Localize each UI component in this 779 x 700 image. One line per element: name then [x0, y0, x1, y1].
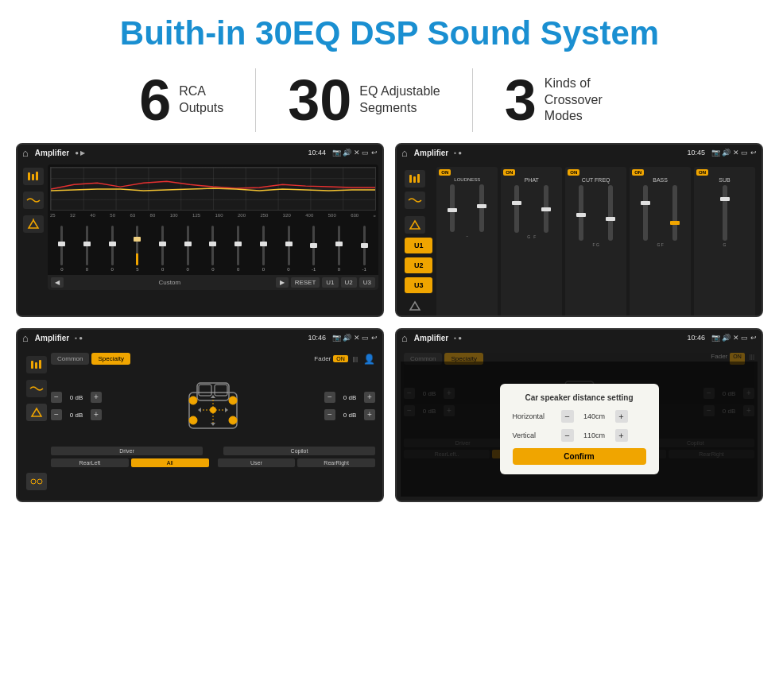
crossover-speaker-icon[interactable]: [405, 216, 425, 234]
horizontal-plus[interactable]: +: [615, 410, 628, 423]
bass-module: ON BASS G F: [630, 167, 691, 317]
eq-home-icon[interactable]: ⌂: [22, 147, 29, 159]
db-minus-fl[interactable]: −: [51, 392, 62, 403]
rearleft-btn[interactable]: RearLeft: [51, 458, 129, 467]
dialog-content: Common Specialty Fader ON ||| − 0 dB +: [397, 346, 762, 501]
bass-slider-2[interactable]: [672, 185, 677, 241]
loudness-slider-1[interactable]: [450, 184, 455, 232]
db-control-rl: − 0 dB +: [51, 409, 102, 420]
eq-slider-1[interactable]: 0: [76, 226, 99, 272]
driver-btn[interactable]: Driver: [51, 447, 203, 455]
eq-freq-50: 50: [110, 213, 115, 218]
u1-mode-btn[interactable]: U1: [405, 238, 432, 253]
eq-slider-9[interactable]: 0: [277, 226, 300, 272]
eq-slider-11[interactable]: 0: [327, 226, 351, 272]
eq-freq-400: 400: [305, 213, 313, 218]
eq-freq-40: 40: [90, 213, 95, 218]
speaker-dist-icon[interactable]: [26, 404, 47, 421]
db-minus-fr[interactable]: −: [324, 392, 335, 403]
speaker-bottom-buttons: Driver Copilot: [51, 447, 375, 455]
speaker-eq-icon[interactable]: [26, 356, 47, 373]
eq-slider-4[interactable]: 0: [151, 226, 175, 272]
eq-slider-2[interactable]: 0: [100, 226, 124, 272]
eq-prev-btn[interactable]: ◀: [51, 277, 64, 288]
eq-slider-7[interactable]: 0: [227, 226, 250, 272]
vertical-minus[interactable]: −: [561, 429, 574, 442]
crossover-expand-icon[interactable]: [405, 297, 425, 315]
eq-slider-3[interactable]: 5: [126, 226, 149, 272]
crossover-status-icons: 📷 🔊 ✕ ▭ ↩: [711, 149, 757, 157]
eq-slider-12[interactable]: -1: [352, 226, 376, 272]
eq-u1-btn[interactable]: U1: [322, 277, 338, 288]
horizontal-minus[interactable]: −: [561, 410, 574, 423]
eq-freq-63: 63: [130, 213, 135, 218]
u3-mode-btn[interactable]: U3: [405, 277, 432, 293]
eq-preset-label: Custom: [66, 279, 273, 286]
speaker-home-icon[interactable]: ⌂: [22, 332, 29, 344]
bass-slider-1[interactable]: [643, 185, 648, 241]
phat-on[interactable]: ON: [503, 169, 515, 176]
cutfreq-on[interactable]: ON: [568, 169, 579, 176]
phat-slider-1[interactable]: [514, 185, 519, 233]
crossover-wave-icon[interactable]: [405, 191, 425, 209]
dialog-home-icon[interactable]: ⌂: [401, 332, 408, 344]
eq-icon-2[interactable]: [23, 191, 44, 209]
db-control-rr: − 0 dB +: [324, 409, 375, 420]
eq-u2-btn[interactable]: U2: [341, 277, 357, 288]
db-minus-rl[interactable]: −: [51, 409, 62, 420]
common-tab[interactable]: Common: [51, 353, 89, 365]
eq-slider-10[interactable]: -1: [302, 226, 326, 272]
svg-point-21: [229, 396, 237, 404]
specialty-tab[interactable]: Specialty: [91, 353, 130, 365]
bass-on[interactable]: ON: [632, 169, 644, 176]
dialog-status-bar: ⌂ Amplifier ▪ ● 10:46 📷 🔊 ✕ ▭ ↩: [397, 330, 762, 346]
db-plus-fl[interactable]: +: [91, 392, 102, 403]
eq-slider-0[interactable]: 0: [50, 226, 74, 272]
cutfreq-slider-2[interactable]: [608, 185, 613, 241]
fader-toggle[interactable]: ON: [333, 355, 348, 362]
eq-reset-btn[interactable]: RESET: [291, 277, 320, 288]
eq-status-bar: ⌂ Amplifier ● ▶ 10:44 📷 🔊 ✕ ▭ ↩: [17, 145, 382, 160]
all-btn[interactable]: All: [131, 458, 209, 467]
speaker-screen: ⌂ Amplifier ▪ ● 10:46 📷 🔊 ✕ ▭ ↩: [16, 328, 384, 502]
db-control-fr: − 0 dB +: [324, 392, 375, 403]
eq-icon-3[interactable]: [23, 215, 44, 233]
speaker-wave-icon[interactable]: [26, 380, 47, 397]
eq-freq-200: 200: [238, 213, 246, 218]
svg-marker-28: [211, 423, 215, 426]
eq-dots: ● ▶: [75, 149, 85, 157]
copilot-btn[interactable]: Copilot: [223, 447, 375, 455]
crossover-home-icon[interactable]: ⌂: [401, 147, 408, 159]
u2-mode-btn[interactable]: U2: [405, 257, 432, 273]
rearright-btn[interactable]: RearRight: [297, 458, 375, 467]
eq-slider-8[interactable]: 0: [252, 226, 276, 272]
eq-icon-1[interactable]: [23, 168, 44, 185]
eq-freq-32: 32: [70, 213, 76, 218]
db-plus-rl[interactable]: +: [91, 409, 102, 420]
crossover-eq-icon[interactable]: [405, 170, 425, 188]
loudness-slider-2[interactable]: [479, 184, 484, 232]
eq-slider-6[interactable]: 0: [201, 226, 225, 272]
speaker-channel-icon[interactable]: [26, 473, 47, 490]
confirm-button[interactable]: Confirm: [513, 448, 646, 465]
sub-on[interactable]: ON: [696, 169, 708, 176]
vertical-plus[interactable]: +: [615, 429, 628, 442]
db-minus-rr[interactable]: −: [324, 409, 335, 420]
phat-slider-2[interactable]: [544, 185, 548, 233]
right-db-controls: − 0 dB + − 0 dB +: [324, 392, 375, 420]
vertical-label: Vertical: [513, 431, 556, 439]
svg-marker-3: [29, 220, 38, 228]
loudness-on[interactable]: ON: [439, 169, 451, 176]
svg-rect-5: [409, 175, 412, 183]
eq-play-btn[interactable]: ▶: [276, 277, 289, 288]
user-btn[interactable]: User: [218, 458, 296, 467]
eq-slider-5[interactable]: 0: [176, 226, 200, 272]
db-value-rr: 0 dB: [338, 412, 362, 419]
db-plus-fr[interactable]: +: [364, 392, 375, 403]
distance-dialog: Car speaker distance setting Horizontal …: [500, 384, 659, 474]
cutfreq-slider-1[interactable]: [579, 185, 583, 241]
eq-u3-btn[interactable]: U3: [359, 277, 375, 288]
sub-slider-1[interactable]: [723, 185, 727, 241]
db-plus-rr[interactable]: +: [364, 409, 375, 420]
speaker-settings-icon[interactable]: 👤: [363, 354, 375, 365]
